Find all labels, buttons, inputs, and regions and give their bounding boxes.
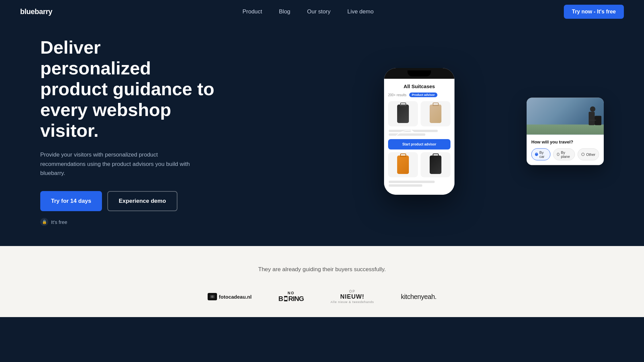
hero-visual: All Suitcases 200+ results Product advis… — [215, 48, 624, 215]
phone-notch-bar — [384, 68, 454, 79]
phone-result-count: 200+ results — [388, 93, 407, 97]
line-4 — [389, 184, 422, 187]
product-card-2 — [421, 101, 450, 126]
noboring-wrapper: NO B RING — [278, 291, 304, 303]
radio-other — [581, 153, 585, 156]
phone-products-grid-2 — [388, 152, 450, 177]
product-advisor-badge: Product advisor — [409, 93, 438, 97]
free-icon: 🔒 — [40, 218, 48, 226]
option-plane-label: By plane — [561, 150, 571, 159]
product-card-4 — [421, 152, 450, 177]
line-2 — [389, 133, 425, 136]
luggage-handle — [589, 120, 596, 121]
product-lines-top — [388, 130, 450, 139]
opnieuw-nieuw: NIEUW! — [331, 293, 374, 300]
boring-icon-o — [284, 296, 287, 301]
phone-content: All Suitcases 200+ results Product advis… — [384, 79, 454, 195]
fotocadeau-text: fotocadeau.nl — [219, 294, 252, 300]
logo-fotocadeau: fotocadeau.nl — [208, 293, 252, 300]
camera-body — [210, 295, 215, 298]
phone-products-grid — [388, 101, 450, 126]
radio-car — [535, 153, 538, 156]
hero-buttons: Try for 14 days Experience demo — [40, 191, 215, 211]
suitcase-beige-icon — [430, 105, 441, 123]
product-card-1 — [388, 101, 418, 126]
ring-text: RING — [288, 295, 304, 303]
phone-notch — [408, 70, 431, 76]
camera-lens — [211, 296, 213, 298]
suitcase-orange-icon — [397, 156, 409, 174]
experience-demo-button[interactable]: Experience demo — [107, 191, 177, 211]
noboring-main: B RING — [278, 295, 304, 303]
product-lines-bottom — [388, 181, 450, 190]
start-advisor-button[interactable]: Start product advisor — [388, 139, 450, 149]
line-1 — [389, 130, 438, 132]
radio-plane — [557, 153, 559, 156]
travel-card: How will you travel? By car By plane Oth… — [527, 98, 604, 165]
free-note: 🔒 It's free — [40, 218, 215, 226]
opnieuw-wrapper: OP NIEUW! Alle nieuw & tweedehands — [331, 290, 374, 304]
nav-link-our-story[interactable]: Our story — [307, 8, 331, 15]
traveler-luggage — [595, 116, 601, 125]
navbar: bluebarry Product Blog Our story Live de… — [0, 0, 644, 23]
traveler-head — [590, 107, 595, 112]
o-hole — [284, 297, 287, 300]
travel-option-other[interactable]: Other — [578, 148, 599, 161]
line-3 — [389, 181, 435, 183]
travel-card-body: How will you travel? By car By plane Oth… — [527, 135, 604, 165]
suitcase-dark-icon — [397, 105, 409, 123]
travel-question: How will you travel? — [531, 139, 599, 144]
ground-bg — [527, 125, 604, 135]
nav-link-product[interactable]: Product — [243, 8, 262, 15]
nav-link-blog[interactable]: Blog — [279, 8, 290, 15]
option-other-label: Other — [586, 153, 595, 157]
logo-opnieuw: OP NIEUW! Alle nieuw & tweedehands — [331, 290, 374, 304]
option-car-label: By car — [539, 150, 547, 159]
opnieuw-sub: Alle nieuw & tweedehands — [331, 300, 374, 304]
travel-card-image — [527, 98, 604, 135]
fotocadeau-wrapper: fotocadeau.nl — [208, 293, 252, 300]
product-card-3 — [388, 152, 418, 177]
travel-option-plane[interactable]: By plane — [553, 148, 575, 161]
opnieuw-op: OP — [331, 290, 374, 293]
hero-title: Deliver personalized product guidance to… — [40, 37, 215, 141]
hero-section: Deliver personalized product guidance to… — [0, 23, 644, 246]
phone-meta: 200+ results Product advisor — [388, 93, 450, 97]
brand-logo[interactable]: bluebarry — [20, 7, 52, 16]
phone-mockup: All Suitcases 200+ results Product advis… — [384, 68, 454, 195]
traveler-body — [589, 112, 595, 125]
nav-cta-button[interactable]: Try now - It's free — [564, 5, 624, 19]
hero-text-block: Deliver personalized product guidance to… — [40, 37, 215, 226]
hero-subtitle: Provide your visitors with personalized … — [40, 150, 201, 178]
travel-option-car[interactable]: By car — [531, 148, 550, 161]
try-14-days-button[interactable]: Try for 14 days — [40, 191, 102, 211]
free-note-text: It's free — [51, 219, 67, 225]
phone-screen-title: All Suitcases — [388, 83, 450, 89]
traveler-silhouette — [589, 107, 595, 125]
nav-links: Product Blog Our story Live demo — [243, 8, 374, 15]
social-proof-section: They are already guiding their buyers su… — [0, 246, 644, 317]
camera-icon — [208, 293, 217, 300]
logo-kitchenyeah: kitchenyeah. — [401, 293, 436, 301]
logos-row: fotocadeau.nl NO B RING OP NIEUW! All — [20, 290, 624, 304]
nav-link-live-demo[interactable]: Live demo — [347, 8, 373, 15]
social-proof-tagline: They are already guiding their buyers su… — [20, 266, 624, 273]
suitcase-black-icon — [430, 156, 441, 174]
b-text: B — [278, 295, 283, 303]
kitchenyeah-text: kitchenyeah. — [401, 293, 436, 301]
travel-options: By car By plane Other — [531, 148, 599, 161]
noboring-no: NO — [278, 291, 304, 295]
logo-noboring: NO B RING — [278, 291, 304, 303]
